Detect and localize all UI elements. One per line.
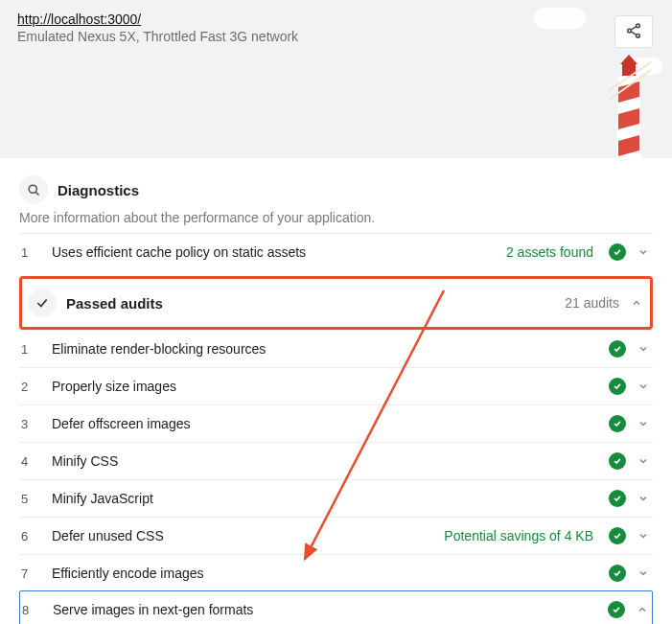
audit-label: Defer offscreen images [52, 416, 599, 431]
passed-audit-row[interactable]: 7Efficiently encode images [19, 554, 653, 591]
row-number: 5 [21, 492, 42, 506]
audit-label: Minify JavaScript [52, 491, 599, 506]
svg-point-1 [628, 29, 632, 33]
pass-badge-icon [609, 527, 626, 544]
passed-audit-row[interactable]: 3Defer offscreen images [19, 404, 653, 442]
diagnostics-section-header: Diagnostics [19, 175, 653, 204]
passed-audit-row[interactable]: 6Defer unused CSSPotential savings of 4 … [19, 517, 653, 554]
pass-badge-icon [609, 340, 626, 358]
audit-label: Eliminate render-blocking resources [52, 341, 599, 357]
row-number: 3 [21, 417, 42, 431]
chevron-down-icon [636, 455, 651, 467]
row-number: 4 [21, 454, 42, 469]
chevron-up-icon [629, 297, 644, 309]
audit-meta: Potential savings of 4 KB [444, 528, 593, 543]
emulation-info: Emulated Nexus 5X, Throttled Fast 3G net… [17, 29, 655, 44]
svg-line-15 [35, 192, 38, 195]
row-number: 1 [21, 342, 42, 357]
pass-badge-icon [608, 601, 625, 618]
svg-point-14 [29, 185, 36, 193]
lighthouse-illustration [603, 53, 655, 158]
svg-line-3 [631, 26, 637, 29]
row-number: 8 [22, 603, 43, 617]
passed-audit-row[interactable]: 1Eliminate render-blocking resources [19, 330, 653, 367]
pass-badge-icon [609, 243, 626, 261]
pass-badge-icon [609, 565, 626, 582]
passed-audits-count: 21 audits [565, 295, 619, 311]
passed-audit-row[interactable]: 4Minify CSS [19, 442, 653, 479]
pass-badge-icon [609, 490, 626, 507]
row-number: 2 [21, 380, 42, 394]
audit-label: Serve images in next-gen formats [53, 602, 598, 617]
chevron-down-icon [636, 246, 651, 258]
passed-audits-title: Passed audits [66, 295, 555, 312]
audit-label: Minify CSS [52, 453, 599, 469]
passed-audit-row[interactable]: 5Minify JavaScript [19, 479, 653, 517]
diagnostics-title: Diagnostics [58, 182, 139, 198]
diagnostics-description: More information about the performance o… [19, 210, 653, 225]
audit-label: Properly size images [52, 379, 599, 394]
svg-line-4 [631, 31, 637, 34]
passed-audits-header[interactable]: Passed audits 21 audits [19, 276, 653, 330]
share-icon [625, 22, 642, 42]
share-button[interactable] [614, 15, 653, 48]
passed-audit-row[interactable]: 2Properly size images [19, 367, 653, 404]
svg-marker-6 [620, 55, 637, 64]
check-icon [28, 289, 57, 317]
passed-audit-row[interactable]: 8Serve images in next-gen formats [19, 590, 653, 624]
row-number: 7 [21, 566, 42, 581]
chevron-down-icon [636, 493, 651, 504]
report-header: http://localhost:3000/ Emulated Nexus 5X… [0, 0, 672, 158]
pass-badge-icon [609, 415, 626, 432]
pass-badge-icon [609, 378, 626, 395]
audit-meta: 2 assets found [506, 244, 593, 260]
chevron-up-icon [635, 604, 650, 615]
audit-label: Efficiently encode images [52, 566, 599, 581]
pass-badge-icon [609, 452, 626, 470]
svg-point-0 [637, 23, 640, 27]
row-number: 1 [21, 245, 42, 260]
chevron-down-icon [636, 567, 651, 579]
audit-label: Uses efficient cache policy on static as… [52, 244, 497, 260]
tested-url-link[interactable]: http://localhost:3000/ [17, 12, 141, 27]
search-icon [19, 175, 48, 204]
chevron-down-icon [636, 418, 651, 429]
row-number: 6 [21, 529, 42, 543]
chevron-down-icon [636, 343, 651, 355]
diagnostics-row[interactable]: 1Uses efficient cache policy on static a… [19, 233, 653, 270]
svg-point-2 [637, 34, 640, 37]
audit-label: Defer unused CSS [52, 528, 434, 543]
chevron-down-icon [636, 381, 651, 392]
chevron-down-icon [636, 530, 651, 542]
